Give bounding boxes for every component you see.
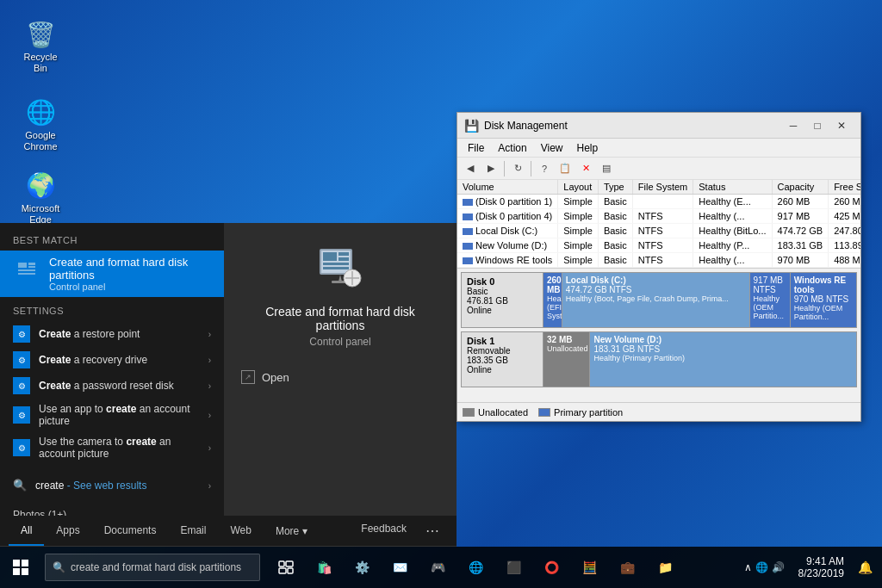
settings-camera-label: Use the camera to create an account pict…: [39, 436, 208, 460]
chevron-icon6: ›: [208, 481, 211, 491]
calculator-icon-taskbar[interactable]: 🧮: [570, 547, 608, 588]
taskbar-search[interactable]: 🔍 create and format hard disk partitions: [45, 554, 260, 581]
settings-icon-taskbar[interactable]: ⚙️: [343, 547, 381, 588]
result-text: Create and format hard disk partitions C…: [49, 256, 211, 292]
terminal-icon-taskbar[interactable]: ⬛: [494, 547, 532, 588]
disk1-part1[interactable]: 32 MB Unallocated: [543, 332, 590, 387]
svg-rect-24: [288, 568, 293, 573]
minimize-button[interactable]: ─: [781, 114, 805, 138]
cortana-icon-taskbar[interactable]: ⭕: [532, 547, 570, 588]
folder-icon-taskbar[interactable]: 📁: [646, 547, 684, 588]
web-search-item[interactable]: 🔍 create - See web results ›: [13, 474, 211, 497]
chevron-icon: ›: [208, 330, 211, 339]
more-options-button[interactable]: ⋯: [417, 516, 448, 546]
tab-more[interactable]: More ▾: [264, 516, 320, 546]
col-free[interactable]: Free Sp...: [829, 180, 860, 195]
menu-file[interactable]: File: [461, 140, 491, 156]
right-panel-title: Create and format hard disk partitions: [241, 305, 439, 332]
settings-item-recovery[interactable]: ⚙ Create a recovery drive ›: [13, 347, 211, 373]
search-content: Best match Create and format: [0, 223, 457, 516]
tab-web[interactable]: Web: [218, 516, 263, 546]
taskview-button[interactable]: [267, 547, 305, 588]
close-button[interactable]: ✕: [829, 114, 854, 138]
table-row[interactable]: Windows RE tools Simple Basic NTFS Healt…: [457, 253, 860, 268]
disk0-part4[interactable]: Windows RE tools 970 MB NTFS Healthy (OE…: [791, 273, 856, 327]
toolbar-properties[interactable]: 📋: [556, 159, 575, 178]
settings-item-password[interactable]: ⚙ Create a password reset disk ›: [13, 373, 211, 399]
svg-rect-4: [18, 269, 35, 271]
notification-button[interactable]: 🔔: [851, 547, 879, 588]
disk-management-window: 💾 Disk Management ─ □ ✕ File Action View…: [457, 112, 861, 422]
taskbar-icons: 🛍️ ⚙️ ✉️ 🎮 🌐 ⬛ ⭕ 🧮 💼 📁: [267, 547, 684, 588]
toolbar-forward[interactable]: ▶: [481, 159, 500, 178]
disk1-part2[interactable]: New Volume (D:) 183.31 GB NTFS Healthy (…: [590, 332, 856, 387]
col-capacity[interactable]: Capacity: [772, 180, 829, 195]
legend-primary-box: [538, 408, 550, 417]
col-fs[interactable]: File System: [632, 180, 693, 195]
svg-rect-21: [279, 561, 284, 566]
svg-rect-17: [13, 560, 20, 566]
settings-item-restore[interactable]: ⚙ Create a restore point ›: [13, 321, 211, 347]
disk0-row: Disk 0 Basic 476.81 GB Online 260 MB Hea…: [461, 272, 857, 328]
disk0-part3[interactable]: 917 MB NTFS Healthy (OEM Partitio...: [750, 273, 791, 327]
menu-help[interactable]: Help: [570, 140, 606, 156]
legend-unallocated-label: Unallocated: [478, 407, 528, 418]
clock[interactable]: 9:41 AM 8/23/2019: [792, 555, 851, 579]
tab-documents[interactable]: Documents: [92, 516, 169, 546]
toolbar-refresh[interactable]: ↻: [508, 159, 527, 178]
open-button[interactable]: ↗ Open: [241, 365, 289, 389]
mail-icon-taskbar[interactable]: ✉️: [381, 547, 419, 588]
toolbar-format[interactable]: ▤: [597, 159, 616, 178]
photos-label: Photos (1+): [13, 509, 66, 516]
disk1-size: 183.35 GB: [467, 356, 537, 365]
col-type[interactable]: Type: [598, 180, 632, 195]
right-icon-area: [314, 240, 366, 292]
store-icon-taskbar[interactable]: 🛍️: [305, 547, 343, 588]
table-row[interactable]: New Volume (D:) Simple Basic NTFS Health…: [457, 238, 860, 253]
toolbar-help[interactable]: ?: [535, 159, 554, 178]
svg-rect-5: [18, 273, 35, 275]
menu-action[interactable]: Action: [491, 140, 533, 156]
svg-rect-12: [323, 267, 349, 269]
tab-all[interactable]: All: [9, 516, 44, 546]
chevron-tray[interactable]: ∧: [744, 561, 752, 573]
chevron-icon3: ›: [208, 381, 211, 391]
col-status[interactable]: Status: [693, 180, 772, 195]
toolbar-delete[interactable]: ✕: [576, 159, 595, 178]
disk1-status: Online: [467, 365, 537, 374]
desktop-icon-chrome[interactable]: 🌐 Google Chrome: [13, 95, 68, 156]
col-layout[interactable]: Layout: [558, 180, 599, 195]
disk0-part2[interactable]: Local Disk (C:) 474.72 GB NTFS Healthy (…: [562, 273, 750, 327]
volume-icon[interactable]: 🔊: [772, 561, 785, 573]
table-row[interactable]: Local Disk (C:) Simple Basic NTFS Health…: [457, 224, 860, 238]
settings-item-camera[interactable]: ⚙ Use the camera to create an account pi…: [13, 431, 211, 464]
col-volume[interactable]: Volume: [457, 180, 558, 195]
search-result-item[interactable]: Create and format hard disk partitions C…: [0, 251, 224, 297]
edge-icon-taskbar[interactable]: 🌐: [457, 547, 494, 588]
clock-time: 9:41 AM: [806, 555, 844, 567]
tab-apps[interactable]: Apps: [44, 516, 91, 546]
toolbar-back[interactable]: ◀: [461, 159, 480, 178]
svg-rect-20: [22, 568, 28, 575]
start-button[interactable]: [0, 547, 41, 588]
desktop-icon-recycle-bin[interactable]: 🗑️ Recycle Bin: [13, 17, 68, 77]
menu-view[interactable]: View: [534, 140, 570, 156]
maximize-button[interactable]: □: [805, 114, 829, 138]
legend-primary-label: Primary partition: [554, 407, 623, 418]
disk0-status: Online: [467, 306, 537, 315]
network-icon[interactable]: 🌐: [755, 561, 768, 573]
disk0-part1[interactable]: 260 MB Healthy (EFI Syste...: [543, 273, 562, 327]
recovery-icon: ⚙: [13, 351, 30, 368]
table-row[interactable]: (Disk 0 partition 4) Simple Basic NTFS H…: [457, 209, 860, 224]
photos-section[interactable]: Photos (1+): [0, 504, 224, 516]
window-toolbar: ◀ ▶ ↻ ? 📋 ✕ ▤: [457, 158, 860, 180]
tab-email[interactable]: Email: [168, 516, 218, 546]
table-row[interactable]: (Disk 0 partition 1) Simple Basic Health…: [457, 195, 860, 209]
desktop: 🗑️ Recycle Bin 🌐 Google Chrome 🌍 Microso…: [0, 0, 882, 588]
settings-item-app[interactable]: ⚙ Use an app to create an account pictur…: [13, 399, 211, 431]
xbox-icon-taskbar[interactable]: 🎮: [419, 547, 457, 588]
disk-mgmt-icon: 💾: [464, 119, 479, 133]
teams-icon-taskbar[interactable]: 💼: [608, 547, 646, 588]
feedback-button[interactable]: Feedback: [351, 516, 417, 546]
desktop-icon-edge[interactable]: 🌍 Microsoft Edge: [13, 168, 68, 229]
